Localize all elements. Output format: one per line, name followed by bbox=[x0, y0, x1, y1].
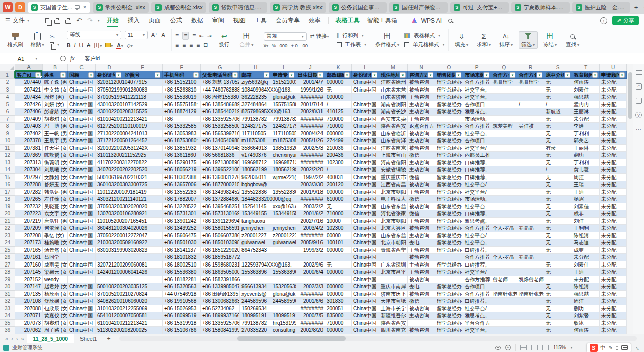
cell[interactable]: 未分配 bbox=[600, 181, 627, 189]
cell[interactable]: 2002/9/6 bbox=[296, 261, 325, 269]
cell[interactable]: 口碑推荐, bbox=[463, 174, 491, 182]
cell[interactable]: 留学总经办 bbox=[435, 94, 463, 101]
cell[interactable]: jennychen bbox=[240, 225, 271, 232]
vertical-scrollbar[interactable] bbox=[627, 64, 633, 334]
cell[interactable]: 合作方推荐 bbox=[463, 225, 491, 232]
align-top-icon[interactable]: ≡ bbox=[175, 32, 179, 39]
cell[interactable] bbox=[491, 174, 517, 182]
cell[interactable] bbox=[296, 276, 325, 284]
cell[interactable]: 社交平台/ bbox=[463, 305, 491, 313]
cell[interactable]: xxx@163.c bbox=[271, 203, 296, 211]
cell[interactable]: 207223 bbox=[15, 210, 43, 218]
cell[interactable]: 未分配 bbox=[600, 101, 627, 109]
cell[interactable]: 1999/1/26 bbox=[296, 86, 325, 94]
underline-button[interactable]: U bbox=[79, 42, 84, 48]
cell[interactable]: +86 15263810 bbox=[163, 86, 201, 94]
cell[interactable] bbox=[517, 189, 544, 196]
cell[interactable]: China中国 bbox=[68, 174, 96, 182]
cell[interactable]: 冯一博 (男 bbox=[43, 123, 68, 130]
cell[interactable] bbox=[435, 276, 463, 284]
cell[interactable]: 未分配 bbox=[600, 196, 627, 203]
cell[interactable] bbox=[325, 254, 352, 261]
new-tab-button[interactable]: + bbox=[633, 4, 640, 11]
save-icon[interactable] bbox=[36, 18, 40, 23]
cell[interactable]: 留学总经办 bbox=[435, 145, 463, 152]
cell[interactable]: 430321200211140121 bbox=[96, 196, 123, 203]
cell[interactable]: 桂婉唯 (女 bbox=[43, 239, 68, 247]
cell[interactable]: 138519326 bbox=[271, 145, 296, 152]
cell[interactable]: 108409964XXX@163. bbox=[240, 86, 271, 94]
cell[interactable]: 124827175 bbox=[240, 123, 271, 130]
cell[interactable]: tanghaoxu bbox=[240, 218, 271, 225]
borders-button[interactable]: 田▾ bbox=[94, 41, 102, 50]
cell[interactable]: 2001/6/6 bbox=[296, 298, 325, 305]
column-header-E[interactable]: E bbox=[123, 64, 163, 71]
tab-list-chevron-icon[interactable]: ▾ bbox=[642, 5, 644, 10]
cell[interactable]: 710000 bbox=[325, 123, 352, 130]
file-tab[interactable]: S医护五险一金.xlsx bbox=[572, 2, 630, 13]
ime-keyboard-icon[interactable] bbox=[621, 345, 628, 350]
cell[interactable]: +44 07546918 bbox=[163, 291, 201, 298]
cell[interactable]: 207208 bbox=[15, 232, 43, 240]
docer-icon[interactable]: D bbox=[15, 2, 25, 12]
cell[interactable]: 无 bbox=[544, 174, 572, 182]
horizontal-scrollbar-thumb[interactable] bbox=[237, 336, 346, 341]
cell[interactable]: 留学总经办 bbox=[435, 101, 463, 109]
filter-dropdown-icon[interactable]: ▾ bbox=[232, 72, 238, 78]
cell[interactable]: 207402 bbox=[15, 130, 43, 138]
row-number[interactable]: 17 bbox=[0, 189, 15, 196]
cell[interactable]: 207165 bbox=[15, 247, 43, 254]
cell[interactable] bbox=[491, 239, 517, 247]
cell[interactable]: 主动咨询 bbox=[408, 94, 435, 101]
header-cell-P1[interactable]: 市场来源▾ bbox=[463, 71, 491, 79]
cell[interactable] bbox=[517, 130, 544, 138]
print-icon[interactable] bbox=[54, 20, 60, 24]
copy-button[interactable]: ▾ bbox=[50, 42, 59, 47]
row-number[interactable]: 36 bbox=[0, 327, 15, 334]
cell[interactable]: 未分配 bbox=[600, 108, 627, 116]
cell[interactable]: 刘素佳 bbox=[572, 261, 600, 269]
cell[interactable]: +86 18002510 bbox=[163, 261, 201, 269]
cell[interactable] bbox=[517, 210, 544, 218]
file-tab[interactable]: S常州公积金 .xlsx bbox=[93, 2, 149, 13]
ime-language[interactable]: 中 bbox=[601, 344, 606, 351]
cell[interactable]: 124827175 bbox=[271, 123, 296, 130]
cell[interactable] bbox=[491, 305, 517, 313]
cell[interactable]: 无 bbox=[544, 116, 572, 123]
fill-button[interactable]: ⇩ 填充▾ bbox=[452, 31, 471, 49]
wrap-text-button[interactable]: ↩ 换行 bbox=[215, 31, 234, 49]
cell[interactable]: 留学总经办 bbox=[435, 181, 463, 189]
cell[interactable]: 留学总经办 bbox=[435, 232, 463, 240]
cell[interactable]: / bbox=[325, 166, 352, 174]
cell[interactable] bbox=[517, 247, 544, 254]
header-cell-F1[interactable]: 手机号码▾ bbox=[163, 71, 201, 79]
cell[interactable] bbox=[491, 130, 517, 138]
cell[interactable]: 被动咨询 bbox=[408, 79, 435, 86]
cell[interactable]: 无 bbox=[544, 152, 572, 159]
eye-icon[interactable] bbox=[495, 346, 501, 350]
row-number[interactable]: 33 bbox=[0, 305, 15, 313]
cell[interactable]: +86 刘慧 137052 bbox=[201, 79, 240, 86]
cell[interactable]: 何雨涛 bbox=[572, 327, 600, 334]
cell[interactable]: +86 13611860 bbox=[163, 152, 201, 159]
cell[interactable]: jennychen bbox=[271, 225, 296, 232]
cell[interactable]: 郭美艺 bbox=[572, 137, 600, 145]
cell[interactable]: China中国 bbox=[68, 159, 96, 167]
cell[interactable]: 207288 bbox=[15, 181, 43, 189]
cell[interactable]: 主动咨询 bbox=[408, 116, 435, 123]
cell[interactable]: 留学总经办 bbox=[435, 298, 463, 305]
cell[interactable]: China中国 bbox=[352, 269, 379, 276]
cell[interactable]: China中国 bbox=[352, 320, 379, 327]
cell[interactable] bbox=[352, 94, 379, 101]
cell[interactable]: China中国 bbox=[68, 123, 96, 130]
cell[interactable]: 被动咨询 bbox=[408, 291, 435, 298]
cell[interactable]: 口碑推荐, bbox=[463, 159, 491, 167]
cell[interactable]: 710000 bbox=[325, 210, 352, 218]
system-app-icon[interactable] bbox=[3, 345, 9, 351]
remove-decimal-button[interactable]: .00 bbox=[301, 43, 308, 48]
cell[interactable]: 河南省信阳 bbox=[379, 159, 408, 167]
panel-settings-icon[interactable] bbox=[636, 70, 642, 75]
cell[interactable]: +86 18056219 bbox=[163, 166, 201, 174]
cell[interactable]: 主动咨询 bbox=[408, 159, 435, 167]
cell[interactable]: China中国 bbox=[352, 305, 379, 313]
